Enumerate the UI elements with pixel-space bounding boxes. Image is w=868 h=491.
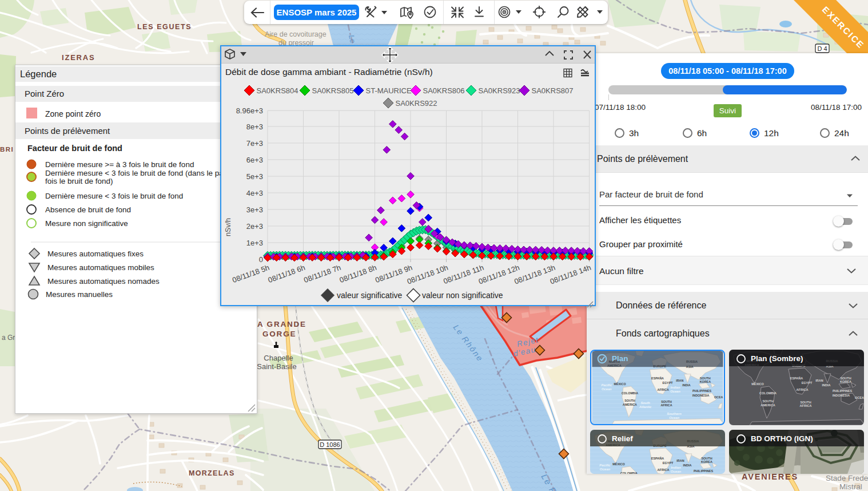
svg-text:BRI: BRI bbox=[0, 146, 14, 153]
svg-text:08/11/18 7h: 08/11/18 7h bbox=[302, 263, 342, 284]
svg-text:IRAN: IRAN bbox=[676, 459, 684, 462]
svg-text:fois le bruit de fond): fois le bruit de fond) bbox=[45, 177, 113, 185]
svg-text:0: 0 bbox=[259, 255, 263, 264]
svg-text:D 4: D 4 bbox=[817, 45, 827, 52]
svg-text:MÉXICO: MÉXICO bbox=[751, 382, 764, 386]
svg-text:Indian: Indian bbox=[671, 466, 681, 469]
svg-text:Mesures manuelles: Mesures manuelles bbox=[46, 290, 113, 299]
svg-text:AMERICA: AMERICA bbox=[761, 403, 775, 407]
svg-text:INDONESIA: INDONESIA bbox=[833, 394, 850, 397]
svg-text:Dernière mesure >= à 3 fois le: Dernière mesure >= à 3 fois le bruit de … bbox=[45, 160, 194, 169]
svg-text:6e+3: 6e+3 bbox=[246, 156, 263, 164]
svg-text:PHILIPPINES: PHILIPPINES bbox=[833, 389, 853, 393]
svg-text:Absence de bruit de fond: Absence de bruit de fond bbox=[45, 205, 131, 214]
svg-text:OCEA: OCEA bbox=[855, 396, 864, 399]
svg-text:D 1086: D 1086 bbox=[320, 441, 340, 448]
svg-text:7e+3: 7e+3 bbox=[246, 139, 263, 148]
svg-text:Mesures automatiques nomades: Mesures automatiques nomades bbox=[47, 277, 160, 286]
svg-text:valeur non significative: valeur non significative bbox=[422, 291, 503, 300]
svg-text:SA0KRS807: SA0KRS807 bbox=[532, 86, 574, 95]
svg-text:SA0KRS923: SA0KRS923 bbox=[479, 86, 520, 95]
svg-text:AFRICA: AFRICA bbox=[658, 468, 670, 472]
svg-text:KOREA: KOREA bbox=[701, 460, 712, 464]
svg-text:Mesure non significative: Mesure non significative bbox=[45, 219, 128, 228]
svg-text:Stade Frederi: Stade Frederi bbox=[826, 474, 868, 482]
svg-text:8.96e+3: 8.96e+3 bbox=[236, 106, 263, 115]
svg-text:SOUTH: SOUTH bbox=[762, 399, 773, 403]
svg-text:4e+3: 4e+3 bbox=[246, 189, 263, 197]
svg-text:Dernière mesure < 3 fois le br: Dernière mesure < 3 fois le bruit de fon… bbox=[45, 192, 183, 200]
svg-text:08/11/18 14h: 08/11/18 14h bbox=[549, 263, 592, 286]
svg-text:COLOMBIA: COLOMBIA bbox=[759, 391, 777, 395]
svg-text:Ocean: Ocean bbox=[671, 470, 682, 473]
svg-text:valeur significative: valeur significative bbox=[337, 291, 403, 300]
svg-text:SA0KRS806: SA0KRS806 bbox=[423, 86, 465, 95]
svg-text:3e+3: 3e+3 bbox=[246, 205, 263, 214]
svg-text:Mistral: Mistral bbox=[839, 482, 862, 491]
svg-text:LES EGUETS: LES EGUETS bbox=[137, 23, 192, 31]
svg-text:08/11/18 12h: 08/11/18 12h bbox=[477, 263, 521, 286]
svg-text:IZERAS: IZERAS bbox=[62, 53, 95, 62]
svg-text:AFRICA: AFRICA bbox=[800, 404, 812, 407]
svg-text:EGYPT: EGYPT bbox=[663, 461, 674, 465]
svg-text:PHILIPPINES: PHILIPPINES bbox=[694, 469, 714, 473]
svg-text:8e+3: 8e+3 bbox=[246, 122, 263, 131]
svg-text:08/11/18 5h: 08/11/18 5h bbox=[231, 263, 270, 284]
svg-text:Dernière mesure < 3 fois le br: Dernière mesure < 3 fois le bruit de fon… bbox=[45, 169, 232, 177]
svg-text:08/11/18 13h: 08/11/18 13h bbox=[513, 263, 556, 286]
svg-text:Mesures automatiques fixes: Mesures automatiques fixes bbox=[47, 250, 144, 258]
svg-text:A GRANDE: A GRANDE bbox=[257, 320, 306, 328]
svg-text:SA0KRS804: SA0KRS804 bbox=[257, 86, 298, 95]
svg-text:MÉXICO: MÉXICO bbox=[612, 462, 625, 466]
svg-text:INDIA: INDIA bbox=[683, 464, 692, 467]
svg-text:INDIA: INDIA bbox=[822, 383, 831, 387]
svg-text:Saint-Basile: Saint-Basile bbox=[257, 362, 296, 371]
svg-text:08/11/18 8h: 08/11/18 8h bbox=[339, 263, 378, 284]
svg-text:GORGE: GORGE bbox=[262, 330, 296, 338]
svg-text:AFRICA: AFRICA bbox=[797, 388, 809, 391]
svg-text:Mesures automatiques mobiles: Mesures automatiques mobiles bbox=[47, 263, 154, 272]
svg-text:5e+3: 5e+3 bbox=[246, 172, 263, 181]
svg-text:Pacific: Pacific bbox=[599, 464, 611, 467]
svg-text:Chapelle: Chapelle bbox=[264, 354, 293, 362]
svg-text:COLOMBIA: COLOMBIA bbox=[620, 472, 638, 474]
svg-text:EGYPT: EGYPT bbox=[802, 381, 813, 385]
svg-text:2e+3: 2e+3 bbox=[246, 222, 263, 231]
svg-text:KOREA: KOREA bbox=[840, 380, 851, 383]
svg-text:Ocean: Ocean bbox=[600, 468, 611, 471]
svg-text:ESPAÑA: ESPAÑA bbox=[790, 377, 803, 380]
svg-text:SA0KRS805: SA0KRS805 bbox=[312, 86, 354, 95]
svg-text:1e+3: 1e+3 bbox=[246, 239, 263, 247]
svg-text:MORZELAS: MORZELAS bbox=[189, 469, 235, 477]
svg-text:Aire de covoiturage: Aire de covoiturage bbox=[265, 30, 327, 38]
svg-text:08/11/18 6h: 08/11/18 6h bbox=[267, 263, 306, 284]
svg-text:IRAN: IRAN bbox=[815, 379, 823, 382]
svg-text:08/11/18 10h: 08/11/18 10h bbox=[406, 263, 449, 286]
svg-text:ST-MAURICE: ST-MAURICE bbox=[366, 86, 412, 95]
svg-text:ESPAÑA: ESPAÑA bbox=[651, 457, 664, 460]
svg-text:nSv/h: nSv/h bbox=[224, 218, 232, 236]
